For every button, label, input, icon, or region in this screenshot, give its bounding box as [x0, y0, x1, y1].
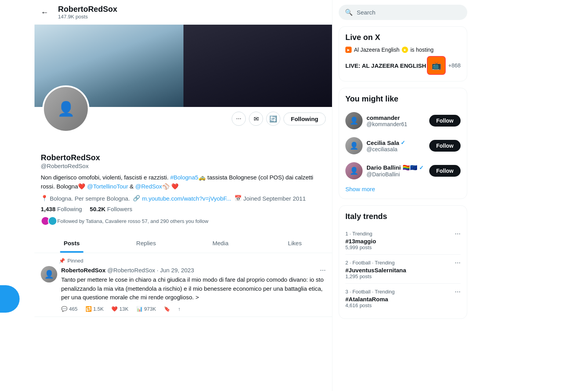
trend-item-0: 1 · Trending ··· #13maggio 5,999 posts	[345, 226, 461, 255]
live-host-line: ▶ Al Jazeera English ★ is hosting	[345, 47, 461, 53]
post-body: RobertoRedSox @RobertoRedSox · Jun 29, 2…	[61, 266, 326, 312]
trend-name-2[interactable]: #AtalantaRoma	[345, 296, 461, 302]
reply-icon: 💬	[61, 306, 67, 312]
pinned-label: 📌 Pinned	[59, 258, 326, 264]
live-thumb-area[interactable]: 📺 +868	[427, 56, 461, 75]
banner-photo-right	[183, 25, 332, 107]
header-display-name: RobertoRedSox	[58, 5, 117, 14]
post-author-info: RobertoRedSox @RobertoRedSox · Jun 29, 2…	[61, 267, 194, 274]
bio-hashtag-bologna[interactable]: #Bologna5	[170, 174, 198, 181]
host-name: Al Jazeera English	[354, 47, 399, 53]
trend-more-1[interactable]: ···	[455, 259, 461, 267]
trend-item-2: 3 · Football · Trending ··· #AtalantaRom…	[345, 284, 461, 312]
suggest-name-2: Dario Ballini 🏳️‍🌈🇪🇺 ✓	[367, 164, 425, 171]
trend-name-0[interactable]: #13maggio	[345, 238, 461, 244]
suggest-info-0: commander @kommander61	[367, 114, 425, 127]
pinned-post: 📌 Pinned 👤 RobertoRedSox @RobertoRedSox …	[34, 253, 332, 317]
views-icon: 📊	[136, 306, 143, 312]
main-content: ← RobertoRedSox 147.9K posts 👤 ··· ✉ 🔄 F…	[34, 0, 332, 391]
suggest-name-1: Cecilia Sala ✓	[367, 139, 425, 146]
like-action[interactable]: ❤️ 13K	[111, 306, 128, 312]
followers-stat[interactable]: 50.2K Followers	[90, 206, 132, 212]
banner-face-right	[183, 25, 332, 107]
bio-link-redsox[interactable]: @RedSox	[135, 183, 162, 190]
suggest-item-2: 👤 Dario Ballini 🏳️‍🌈🇪🇺 ✓ @DarioBallini F…	[345, 158, 461, 183]
trend-label-1: 2 · Football · Trending ···	[345, 259, 461, 267]
heart-icon: ❤️	[111, 306, 118, 312]
retweet-icon: 🔁	[85, 306, 92, 312]
profile-location: 📍 Bologna. Per sempre Bologna.	[41, 195, 130, 202]
live-title-line: LIVE: AL JAZEERA ENGLISH 📺 +868	[345, 56, 461, 75]
views-action[interactable]: 📊 973K	[136, 306, 156, 312]
header-posts-count: 147.9K posts	[58, 14, 117, 20]
profile-meta: 📍 Bologna. Per sempre Bologna. 🔗 m.youtu…	[41, 195, 326, 202]
bookmark-icon: 🔖	[164, 306, 170, 312]
link-icon: 🔗	[133, 195, 140, 202]
header-info: RobertoRedSox 147.9K posts	[58, 5, 117, 20]
followed-avatars	[41, 216, 55, 226]
suggest-handle-2: @DarioBallini	[367, 171, 425, 177]
reply-action[interactable]: 💬 465	[61, 306, 78, 312]
live-count: +868	[448, 62, 461, 69]
suggest-handle-1: @ceciliasala	[367, 146, 425, 152]
bio-link-tortellino[interactable]: @TortellinoTour	[87, 183, 128, 190]
tab-posts[interactable]: Posts	[34, 234, 109, 253]
follow-button-0[interactable]: Follow	[429, 115, 461, 127]
pin-icon: 📌	[59, 258, 65, 264]
suggest-avatar-0: 👤	[345, 112, 363, 129]
tab-media[interactable]: Media	[183, 234, 258, 253]
show-more-link[interactable]: Show more	[345, 183, 461, 192]
host-verified-icon: ★	[402, 47, 408, 53]
follow-button-2[interactable]: Follow	[429, 165, 461, 177]
you-might-like-widget: You might like 👤 commander @kommander61 …	[339, 88, 467, 199]
live-title-text: LIVE: AL JAZEERA ENGLISH	[345, 62, 426, 69]
search-icon: 🔍	[345, 9, 353, 16]
back-button[interactable]: ←	[41, 8, 49, 17]
tab-replies[interactable]: Replies	[109, 234, 183, 253]
share-icon: ↑	[178, 306, 181, 312]
profile-display-name: RobertoRedSox	[41, 152, 326, 163]
profile-website[interactable]: 🔗 m.youtube.com/watch?v=jVyobF...	[133, 195, 231, 202]
suggest-name-0: commander	[367, 114, 425, 121]
followed-by: Followed by Tatiana, Cavaliere rosso 57,…	[41, 216, 326, 226]
profile-tabs: Posts Replies Media Likes	[34, 234, 332, 253]
search-input[interactable]	[357, 9, 461, 16]
profile-banner: 👤	[34, 25, 332, 107]
retweet-action[interactable]: 🔁 1.5K	[85, 306, 104, 312]
post-list: 📌 Pinned 👤 RobertoRedSox @RobertoRedSox …	[34, 253, 332, 317]
tab-likes[interactable]: Likes	[258, 234, 332, 253]
trend-more-2[interactable]: ···	[455, 288, 461, 296]
profile-bio: Non digerisco omofobi, violenti, fascist…	[41, 173, 326, 191]
follow-button-1[interactable]: Follow	[429, 140, 461, 152]
refresh-button[interactable]: 🔄	[266, 112, 280, 126]
live-dot-icon: ▶	[345, 47, 352, 53]
trend-name-1[interactable]: #JuventusSalernitana	[345, 267, 461, 273]
post-avatar: 👤	[41, 266, 57, 282]
more-options-button[interactable]: ···	[232, 112, 246, 126]
post-top: 👤 RobertoRedSox @RobertoRedSox · Jun 29,…	[41, 266, 326, 312]
following-button[interactable]: Following	[283, 112, 326, 125]
suggest-avatar-2: 👤	[345, 162, 363, 179]
dm-button[interactable]: ✉	[249, 112, 263, 126]
trend-count-1: 1,295 posts	[345, 273, 461, 279]
share-action[interactable]: ↑	[178, 306, 181, 312]
blue-blob	[0, 285, 20, 313]
post-meta-line: RobertoRedSox @RobertoRedSox · Jun 29, 2…	[61, 266, 326, 274]
left-sidebar	[0, 0, 34, 391]
suggest-item-1: 👤 Cecilia Sala ✓ @ceciliasala Follow	[345, 133, 461, 158]
follower-avatar-2	[48, 216, 57, 226]
post-more-button[interactable]: ···	[320, 266, 326, 274]
following-stat[interactable]: 1,438 Following	[41, 206, 82, 212]
profile-stats: 1,438 Following 50.2K Followers	[41, 206, 326, 212]
trend-item-1: 2 · Football · Trending ··· #JuventusSal…	[345, 255, 461, 284]
avatar: 👤	[42, 85, 89, 132]
calendar-icon: 📅	[234, 195, 242, 202]
trend-more-0[interactable]: ···	[455, 230, 461, 238]
live-thumbnail: 📺	[427, 56, 446, 75]
bookmark-action[interactable]: 🔖	[164, 306, 170, 312]
suggest-info-2: Dario Ballini 🏳️‍🌈🇪🇺 ✓ @DarioBallini	[367, 164, 425, 177]
suggest-avatar-1: 👤	[345, 137, 363, 154]
suggest-info-1: Cecilia Sala ✓ @ceciliasala	[367, 139, 425, 152]
trend-label-2: 3 · Football · Trending ···	[345, 288, 461, 296]
location-icon: 📍	[41, 195, 48, 202]
